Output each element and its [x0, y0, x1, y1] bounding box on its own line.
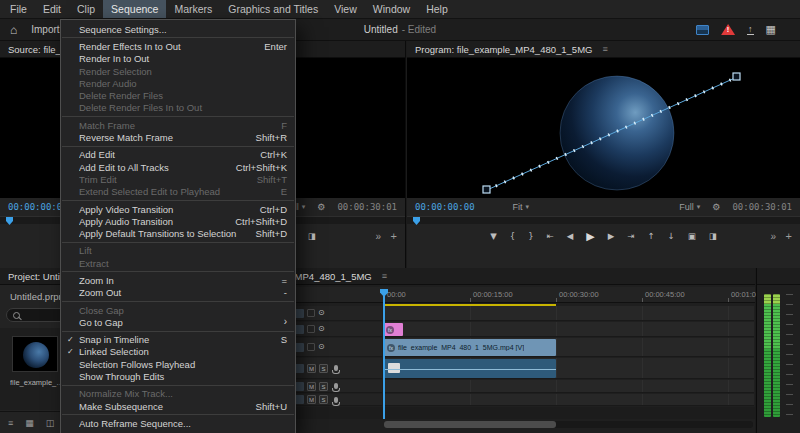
play-icon[interactable]: ▶ [586, 230, 594, 243]
a3-mute-button[interactable]: M [307, 395, 316, 404]
menu-item-go-to-gap[interactable]: Go to Gap› [61, 316, 295, 328]
ruler-label: 00:00:45:00 [645, 290, 685, 299]
warning-icon[interactable]: ! [721, 24, 735, 35]
graphic-clip[interactable]: fx [384, 323, 403, 336]
menu-item-label: Render Selection [79, 66, 281, 77]
source-settings-wrench-icon[interactable]: ⚙ [317, 202, 325, 212]
clip-thumbnail[interactable] [12, 336, 58, 372]
audio-meters-header [757, 268, 800, 285]
a1-solo-button[interactable]: S [319, 364, 328, 373]
program-settings-wrench-icon[interactable]: ⚙ [712, 202, 720, 212]
add-marker-icon[interactable]: ▼ [490, 231, 497, 241]
menubar-item-graphics-and-titles[interactable]: Graphics and Titles [220, 0, 326, 18]
comparison-view-icon[interactable]: ◨ [308, 231, 316, 241]
track-a2-lane[interactable] [384, 380, 754, 393]
program-overflow-button[interactable]: » [770, 231, 776, 242]
apps-grid-icon[interactable]: ▦ [766, 23, 776, 36]
menu-item-snap-in-timeline[interactable]: ✓Snap in TimelineS [61, 334, 295, 346]
program-panel-menu-icon[interactable]: ≡ [602, 44, 607, 54]
menu-item-render-effects-in-to-out[interactable]: Render Effects In to OutEnter [61, 40, 295, 52]
menu-item-zoom-in[interactable]: Zoom In= [61, 274, 295, 286]
quick-export-icon[interactable]: ↑ [747, 25, 754, 35]
a2-mute-button[interactable]: M [307, 382, 316, 391]
menu-item-reverse-match-frame[interactable]: Reverse Match FrameShift+R [61, 131, 295, 143]
menubar-item-clip[interactable]: Clip [69, 0, 103, 18]
a3-solo-button[interactable]: S [319, 395, 328, 404]
a2-solo-button[interactable]: S [319, 382, 328, 391]
menubar-item-markers[interactable]: Markers [166, 0, 220, 18]
source-playhead[interactable] [6, 217, 13, 225]
timeline-scrollbar-thumb[interactable] [384, 421, 556, 428]
menubar-item-sequence[interactable]: Sequence [103, 0, 166, 18]
program-resolution-select[interactable]: Full▾ [679, 202, 700, 212]
source-timecode[interactable]: 00:00:00:00 [8, 202, 68, 212]
export-frame-icon[interactable]: ▣ [688, 231, 696, 241]
extract-icon[interactable]: ↓ [668, 231, 675, 241]
source-add-button[interactable]: + [391, 230, 397, 242]
a1-voiceover-mic-icon[interactable] [334, 365, 338, 371]
step-forward-icon[interactable]: ▶ [608, 231, 615, 241]
timeline-panel-menu-icon[interactable]: ≡ [382, 271, 387, 281]
lift-icon[interactable]: ↑ [647, 231, 654, 241]
menu-item-linked-selection[interactable]: ✓Linked Selection [61, 346, 295, 358]
step-back-icon[interactable]: ◀ [567, 231, 574, 241]
v2-track-output-eye-icon[interactable]: ⊙ [318, 325, 325, 333]
menu-item-zoom-out[interactable]: Zoom Out- [61, 287, 295, 299]
home-icon[interactable]: ⌂ [10, 23, 17, 37]
menu-item-add-edit[interactable]: Add EditCtrl+K [61, 149, 295, 161]
menu-item-auto-reframe-sequence[interactable]: Auto Reframe Sequence... [61, 417, 295, 429]
program-monitor-tab[interactable]: Program: file_example_MP4_480_1_5MG [415, 44, 592, 55]
menu-item-selection-follows-playhead[interactable]: Selection Follows Playhead [61, 358, 295, 370]
program-zoom-select[interactable]: Fit▾ [513, 202, 530, 212]
menu-item-add-edit-to-all-tracks[interactable]: Add Edit to All TracksCtrl+Shift+K [61, 161, 295, 173]
menu-item-label: Selection Follows Playhead [79, 359, 281, 370]
menu-item-make-subsequence[interactable]: Make SubsequenceShift+U [61, 400, 295, 412]
program-transport: ▼{}⇤◀▶▶⇥↑↓▣◨ » + [407, 226, 800, 246]
timeline-playhead[interactable] [383, 289, 385, 419]
program-scrubber[interactable] [407, 216, 800, 224]
timeline-scrollbar[interactable] [384, 421, 753, 428]
a2-voiceover-mic-icon[interactable] [334, 383, 338, 389]
mark-in-icon[interactable]: { [510, 231, 515, 241]
timeline-ruler[interactable]: 00:0000:00:15:0000:00:30:0000:00:45:0000… [216, 287, 755, 303]
workspace-switcher-icon[interactable] [696, 25, 709, 35]
list-view-icon[interactable]: ≡ [8, 418, 13, 428]
track-a3-lane[interactable] [384, 394, 754, 406]
program-add-button[interactable]: + [786, 230, 792, 242]
track-v3-lane[interactable] [384, 306, 754, 321]
menu-item-apply-default-transitions-to-selection[interactable]: Apply Default Transitions to SelectionSh… [61, 227, 295, 239]
program-playhead[interactable] [413, 217, 420, 225]
motion-path-end-handle[interactable] [733, 73, 740, 80]
menu-item-sequence-settings[interactable]: Sequence Settings... [61, 23, 295, 35]
motion-path-start-handle[interactable] [483, 186, 490, 193]
a1-mute-button[interactable]: M [307, 364, 316, 373]
v1-track-output-eye-icon[interactable]: ⊙ [318, 343, 325, 351]
freeform-view-icon[interactable]: ◫ [46, 418, 55, 428]
menu-item-apply-video-transition[interactable]: Apply Video TransitionCtrl+D [61, 203, 295, 215]
menu-separator [62, 414, 294, 415]
menu-item-show-through-edits[interactable]: Show Through Edits [61, 370, 295, 382]
menubar-item-view[interactable]: View [326, 0, 365, 18]
v2-lock-toggle[interactable] [307, 325, 315, 333]
menubar-item-help[interactable]: Help [418, 0, 456, 18]
mark-out-icon[interactable]: } [528, 231, 533, 241]
menubar-item-window[interactable]: Window [365, 0, 418, 18]
menu-item-render-in-to-out[interactable]: Render In to Out [61, 53, 295, 65]
video-clip[interactable]: fx file_example_MP4_480_1_5MG.mp4 [V] [384, 339, 556, 356]
program-timecode[interactable]: 00:00:00:00 [415, 202, 475, 212]
comparison-view-icon[interactable]: ◨ [709, 231, 717, 241]
v3-track-output-eye-icon[interactable]: ⊙ [318, 309, 325, 317]
go-to-in-icon[interactable]: ⇤ [547, 231, 554, 241]
menu-item-apply-audio-transition[interactable]: Apply Audio TransitionCtrl+Shift+D [61, 215, 295, 227]
workspace-tab-import[interactable]: Import [31, 24, 59, 35]
grid-view-icon[interactable]: ▦ [25, 418, 34, 428]
menubar-item-file[interactable]: File [2, 0, 35, 18]
audio-clip[interactable] [384, 359, 556, 378]
go-to-out-icon[interactable]: ⇥ [627, 231, 634, 241]
v3-lock-toggle[interactable] [307, 309, 315, 317]
a3-voiceover-mic-icon[interactable] [334, 397, 338, 403]
source-overflow-button[interactable]: » [375, 231, 381, 242]
menubar-item-edit[interactable]: Edit [35, 0, 69, 18]
track-v2-lane[interactable] [384, 322, 754, 337]
v1-lock-toggle[interactable] [307, 343, 315, 351]
